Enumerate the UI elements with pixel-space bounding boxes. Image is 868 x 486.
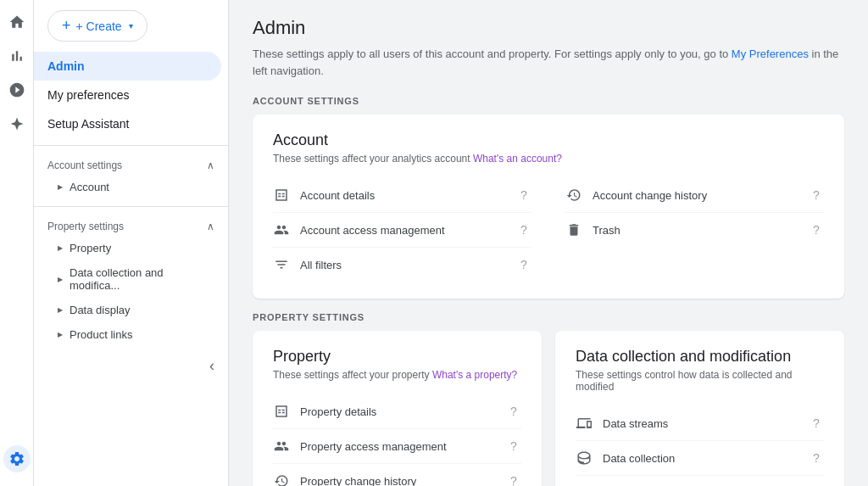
data-streams-left: Data streams [576, 415, 668, 432]
all-filters-label: All filters [300, 259, 342, 271]
property-change-history-label: Property change history [300, 475, 416, 487]
account-details-item[interactable]: Account details ? [273, 178, 531, 213]
sidebar-item-setup[interactable]: Setup Assistant [34, 109, 221, 138]
bar-chart-icon[interactable] [3, 42, 31, 70]
plus-icon: + [62, 17, 71, 35]
property-change-history-left: Property change history [273, 472, 416, 486]
data-streams-help-icon[interactable]: ? [809, 416, 824, 431]
chevron-up-icon2: ∧ [207, 221, 214, 232]
sidebar-item-data-display[interactable]: Data display [34, 298, 228, 322]
trash-item[interactable]: Trash ? [565, 213, 824, 247]
property-change-help-icon[interactable]: ? [506, 473, 521, 486]
sidebar-item-product-links[interactable]: Product links [34, 322, 228, 347]
property-access-label: Property access management [300, 440, 447, 453]
property-history-icon [273, 472, 290, 486]
database-icon [576, 450, 593, 466]
sidebar-item-property[interactable]: Property [34, 236, 228, 260]
sidebar-item-preferences[interactable]: My preferences [34, 81, 221, 109]
account-left-list: Account details ? Account access managem… [273, 178, 531, 282]
data-collection-card-desc: These settings control how data is colle… [576, 369, 824, 393]
property-cards-row: Property These settings affect your prop… [253, 331, 844, 486]
target-icon[interactable] [3, 76, 31, 103]
property-access-icon [273, 438, 290, 455]
sidebar-item-admin[interactable]: Admin [34, 52, 221, 81]
spark-icon[interactable] [3, 110, 31, 137]
property-change-history-item[interactable]: Property change history ? [273, 464, 521, 486]
whats-property-link[interactable]: What's a property? [432, 369, 517, 381]
history-icon [565, 187, 582, 204]
account-right-col: Account change history ? Trash ? [565, 178, 824, 282]
property-details-help-icon[interactable]: ? [506, 404, 521, 419]
account-card: Account These settings affect your analy… [253, 115, 844, 299]
account-settings-label: Account settings [47, 159, 122, 171]
property-settings-list: Property details ? Property access manag… [273, 394, 521, 486]
account-access-help-icon[interactable]: ? [516, 222, 531, 237]
settings-gear-icon[interactable] [3, 445, 31, 472]
chevron-down-icon: ▾ [129, 21, 133, 31]
account-card-desc: These settings affect your analytics acc… [273, 153, 824, 165]
whats-account-link[interactable]: What's an account? [473, 153, 562, 165]
account-left-col: Account details ? Account access managem… [273, 178, 531, 282]
trash-label: Trash [593, 224, 620, 237]
account-right-list: Account change history ? Trash ? [565, 178, 824, 247]
all-filters-item[interactable]: All filters ? [273, 248, 531, 282]
all-filters-left: All filters [273, 256, 342, 273]
data-collection-item[interactable]: Data collection ? [576, 441, 824, 476]
account-settings-section-title: ACCOUNT SETTINGS [253, 96, 844, 106]
trash-icon [565, 221, 582, 238]
account-access-label: Account access management [300, 224, 445, 237]
account-change-help-icon[interactable]: ? [809, 187, 824, 203]
trash-help-icon[interactable]: ? [809, 222, 824, 237]
property-access-left: Property access management [273, 438, 447, 455]
sidebar-nav: Admin My preferences Setup Assistant Acc… [34, 48, 228, 350]
property-settings-section-title: PROPERTY SETTINGS [253, 312, 844, 322]
data-streams-item[interactable]: Data streams ? [576, 406, 824, 441]
main-content: Admin These settings apply to all users … [229, 0, 868, 486]
property-card-desc-text: These settings affect your property [273, 369, 430, 381]
home-icon[interactable] [3, 8, 31, 36]
account-change-history-left: Account change history [565, 187, 707, 204]
property-settings-label: Property settings [47, 221, 124, 232]
account-settings-section[interactable]: Account settings ∧ [34, 153, 228, 175]
property-card-desc: These settings affect your property What… [273, 369, 521, 381]
collapse-sidebar-button[interactable]: ‹ [34, 350, 228, 382]
all-filters-help-icon[interactable]: ? [516, 257, 531, 272]
data-streams-icon [576, 415, 593, 432]
account-access-item[interactable]: Account access management ? [273, 213, 531, 248]
property-card-title: Property [273, 348, 521, 366]
property-details-icon [273, 403, 290, 420]
page-title: Admin [253, 17, 844, 39]
data-collection-help-icon[interactable]: ? [809, 450, 824, 466]
property-access-help-icon[interactable]: ? [506, 439, 521, 454]
sidebar: + + Create ▾ Admin My preferences Setup … [34, 0, 229, 486]
sidebar-item-data-collection[interactable]: Data collection and modifica... [34, 260, 228, 298]
data-collection-card: Data collection and modification These s… [555, 331, 844, 486]
data-collection-sub-label: Data collection and modifica... [70, 266, 214, 292]
page-desc-text: These settings apply to all users of thi… [253, 47, 728, 60]
icon-rail [0, 0, 34, 486]
chevron-up-icon: ∧ [207, 159, 214, 171]
data-collection-label: Data collection [603, 452, 675, 465]
sidebar-header: + + Create ▾ [34, 0, 228, 48]
data-streams-label: Data streams [603, 417, 668, 430]
account-change-history-item[interactable]: Account change history ? [565, 178, 824, 213]
property-settings-section[interactable]: Property settings ∧ [34, 214, 228, 236]
product-links-sub-label: Product links [70, 328, 132, 341]
property-access-item[interactable]: Property access management ? [273, 429, 521, 464]
property-details-item[interactable]: Property details ? [273, 394, 521, 429]
account-details-help-icon[interactable]: ? [516, 187, 531, 203]
account-access-left: Account access management [273, 221, 445, 238]
sidebar-item-account[interactable]: Account [34, 175, 228, 199]
create-button[interactable]: + + Create ▾ [47, 10, 147, 42]
account-card-title: Account [273, 131, 824, 149]
preferences-label: My preferences [47, 88, 129, 102]
setup-label: Setup Assistant [47, 117, 130, 131]
data-import-item[interactable]: Data import ? [576, 476, 824, 486]
account-card-desc-text: These settings affect your analytics acc… [273, 153, 470, 165]
my-preferences-link[interactable]: My Preferences [732, 47, 809, 60]
property-details-label: Property details [300, 405, 376, 418]
property-card: Property These settings affect your prop… [253, 331, 542, 486]
property-sub-label: Property [70, 242, 111, 254]
trash-left: Trash [565, 221, 620, 238]
account-change-history-label: Account change history [593, 189, 707, 202]
